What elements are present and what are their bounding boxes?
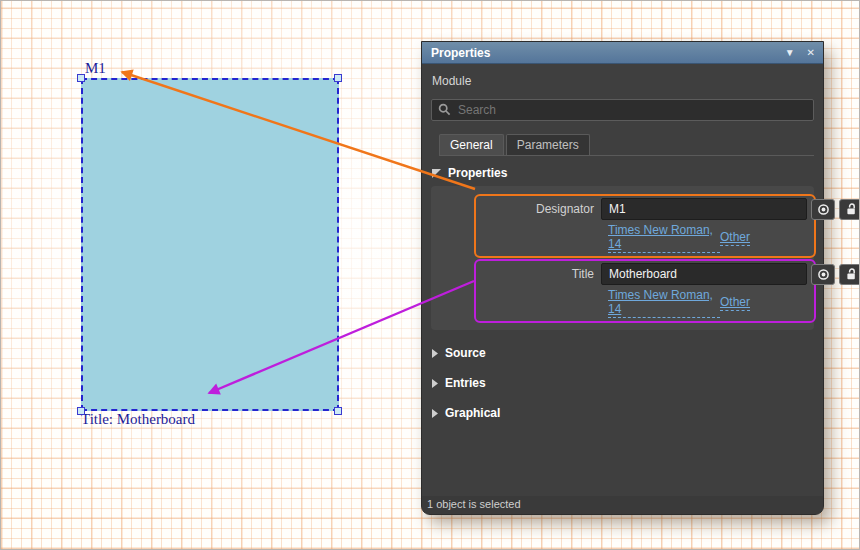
collapse-collapsed-icon — [432, 349, 438, 358]
collapse-expanded-icon — [432, 169, 441, 178]
status-bar: 1 object is selected — [422, 496, 823, 514]
section-entries[interactable]: Entries — [432, 376, 814, 390]
tab-general[interactable]: General — [439, 134, 504, 155]
collapse-collapsed-icon — [432, 409, 438, 418]
close-icon[interactable]: ✕ — [807, 47, 815, 58]
title-label: Title — [476, 267, 601, 281]
designator-field-group: Designator — [474, 194, 816, 258]
section-properties-label: Properties — [448, 166, 507, 180]
selection-handle-bottom-left[interactable] — [77, 407, 85, 415]
title-other-link[interactable]: Other — [720, 295, 750, 311]
search-icon — [438, 103, 451, 116]
properties-group: Designator — [431, 186, 814, 330]
sheet-symbol-module[interactable] — [81, 78, 339, 411]
designator-label: Designator — [476, 202, 601, 216]
visibility-eye-button[interactable] — [811, 264, 835, 285]
section-graphical[interactable]: Graphical — [432, 406, 814, 420]
title-text: Title: Motherboard — [81, 411, 195, 428]
title-input[interactable] — [601, 263, 807, 285]
search-input[interactable] — [431, 99, 814, 121]
pin-dropdown-icon[interactable]: ▼ — [785, 47, 795, 58]
selection-handle-top-left[interactable] — [77, 74, 85, 82]
title-font-link[interactable]: Times New Roman, 14 — [608, 288, 720, 318]
panel-title: Properties — [431, 46, 773, 60]
lock-button[interactable] — [839, 264, 860, 285]
section-source-label: Source — [445, 346, 486, 360]
section-graphical-label: Graphical — [445, 406, 500, 420]
properties-panel: Properties ▼ ✕ Module General Parameters… — [421, 41, 824, 515]
object-type-label: Module — [432, 74, 814, 88]
designator-input[interactable] — [601, 198, 807, 220]
designator-text: M1 — [85, 60, 106, 77]
lock-button[interactable] — [839, 199, 860, 220]
section-source[interactable]: Source — [432, 346, 814, 360]
section-properties[interactable]: Properties — [432, 166, 814, 180]
tab-parameters[interactable]: Parameters — [506, 134, 590, 155]
title-field-group: Title — [474, 259, 816, 323]
section-entries-label: Entries — [445, 376, 486, 390]
visibility-eye-button[interactable] — [811, 199, 835, 220]
collapse-collapsed-icon — [432, 379, 438, 388]
designator-font-link[interactable]: Times New Roman, 14 — [608, 223, 720, 253]
tab-bar: General Parameters — [439, 134, 814, 156]
panel-header[interactable]: Properties ▼ ✕ — [422, 42, 823, 64]
selection-handle-top-right[interactable] — [334, 74, 342, 82]
designator-other-link[interactable]: Other — [720, 230, 750, 246]
selection-handle-bottom-right[interactable] — [334, 407, 342, 415]
